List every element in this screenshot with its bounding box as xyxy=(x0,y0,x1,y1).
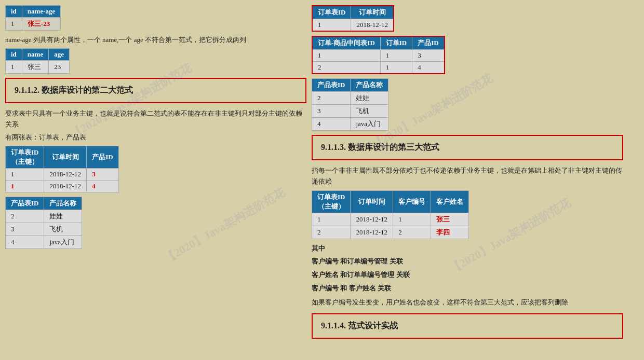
table-cell: 4 xyxy=(87,181,118,192)
desc-split: name-age 列具有两个属性，一个 name,一个 age 不符合第一范式，… xyxy=(5,35,306,46)
table-cell: 1 xyxy=(6,60,22,73)
table-cell: 3 xyxy=(412,50,445,62)
col-product-id: 产品表ID xyxy=(312,79,351,92)
table-cell: 飞机 xyxy=(44,223,82,236)
table-cell: 1 xyxy=(312,213,351,226)
table-cell: 1 xyxy=(312,19,351,32)
col-customer-name: 客户姓名 xyxy=(431,190,469,213)
table-cell: 2018-12-12 xyxy=(44,169,87,181)
table-cell: 1 xyxy=(6,169,44,181)
table-cell: 1 xyxy=(380,62,412,74)
section-practice-title: 9.1.1.4. 范式设计实战 xyxy=(321,321,398,330)
desc-2nf: 要求表中只具有一个业务主键，也就是说符合第二范式的表不能存在在非主键列只对部分主… xyxy=(5,108,306,130)
table-cell: 张三 xyxy=(431,213,469,226)
table-product-left: 产品表ID 产品名称 2 娃娃 3 飞机 4 java入门 xyxy=(5,197,82,249)
table-cell: 2018-12-12 xyxy=(351,226,393,239)
table-cell: 1 xyxy=(393,213,431,226)
col-order-id: 订单表ID （主键） xyxy=(6,146,44,169)
section-2nf: 9.1.1.2. 数据库设计的第二大范式 xyxy=(5,78,306,103)
col-product-name: 产品名称 xyxy=(44,197,82,210)
table-order: 订单表ID （主键） 订单时间 产品ID 1 2018-12-12 3 1 20… xyxy=(5,146,119,192)
table-cell: 3 xyxy=(87,169,118,181)
desc-mid5: 如果客户编号发生变变，用户姓名也会改变，这样不符合第三大范式，应该把客列删除 xyxy=(312,297,623,308)
table-cell: 4 xyxy=(312,118,351,131)
table-cell: 2018-12-12 xyxy=(351,19,394,32)
col-customer-no: 客户编号 xyxy=(393,190,431,213)
col-order-id: 订单表ID xyxy=(312,6,351,19)
col-id: id xyxy=(6,48,22,60)
table-cell: java入门 xyxy=(351,118,388,131)
desc-mid2: 客户编号 和订单编号管理 关联 xyxy=(312,256,623,267)
section-3nf: 9.1.1.3. 数据库设计的第三大范式 xyxy=(312,135,623,160)
table-cell: 李四 xyxy=(431,226,469,239)
table-cell: 2 xyxy=(393,226,431,239)
table-cell: 4 xyxy=(6,236,44,249)
right-column: 订单表ID 订单时间 1 2018-12-12 订单-商品中间表ID 订单ID … xyxy=(312,5,623,355)
table-cell: 1 xyxy=(6,18,22,31)
col-name-age: name-age xyxy=(22,6,60,18)
left-column: id name-age 1 张三-23 name-age 列具有两个属性，一个 … xyxy=(5,5,306,355)
col-order-id: 订单ID xyxy=(380,36,412,50)
table-name-age: id name-age 1 张三-23 xyxy=(5,5,61,31)
table-cell: 1 xyxy=(312,50,380,62)
col-product-id: 产品表ID xyxy=(6,197,44,210)
table-cell: 2 xyxy=(312,62,380,74)
desc-3nf: 指每一个非非主属性既不部分依赖于也不传递依赖于业务主键，也就是在第础上相处了非主… xyxy=(312,165,623,187)
table-3nf: 订单表ID （主键） 订单时间 客户编号 客户姓名 1 2018-12-12 1… xyxy=(312,190,469,239)
desc-mid4: 客户编号 和 客户姓名 关联 xyxy=(312,283,623,294)
col-age: age xyxy=(49,48,70,60)
table-cell: 2 xyxy=(6,210,44,223)
table-cell: 飞机 xyxy=(351,105,388,118)
table-cell: 2 xyxy=(312,92,351,105)
table-cell: 2018-12-12 xyxy=(351,213,393,226)
desc-tables: 有两张表：订单表，产品表 xyxy=(5,132,306,143)
col-id: id xyxy=(6,6,22,18)
table-cell: 娃娃 xyxy=(44,210,82,223)
col-order-time: 订单时间 xyxy=(351,190,393,213)
table-cell: 3 xyxy=(6,223,44,236)
table-order-top: 订单表ID 订单时间 1 2018-12-12 xyxy=(312,5,394,32)
table-product-right-top: 产品表ID 产品名称 2 娃娃 3 飞机 4 java入门 xyxy=(312,78,388,131)
table-order-product-mid: 订单-商品中间表ID 订单ID 产品ID 1 1 3 2 1 4 xyxy=(312,36,445,74)
table-cell: 3 xyxy=(312,105,351,118)
table-cell: 2018-12-12 xyxy=(44,181,87,192)
table-cell: 4 xyxy=(412,62,445,74)
col-product-id: 产品ID xyxy=(87,146,118,169)
section-3nf-title: 9.1.1.3. 数据库设计的第三大范式 xyxy=(321,143,439,151)
col-mid-id: 订单-商品中间表ID xyxy=(312,36,380,50)
section-practice: 9.1.1.4. 范式设计实战 xyxy=(312,313,623,339)
col-order-time: 订单时间 xyxy=(351,6,394,19)
table-cell: 2 xyxy=(312,226,351,239)
col-order-id-pk: 订单表ID （主键） xyxy=(312,190,351,213)
table-cell: 娃娃 xyxy=(351,92,388,105)
section-2nf-title: 9.1.1.2. 数据库设计的第二大范式 xyxy=(15,86,133,94)
table-cell: 张三 xyxy=(22,60,48,73)
col-order-time: 订单时间 xyxy=(44,146,87,169)
col-product-id: 产品ID xyxy=(412,36,445,50)
table-cell: 1 xyxy=(380,50,412,62)
col-product-name: 产品名称 xyxy=(351,79,388,92)
desc-mid1: 其中 xyxy=(312,243,623,254)
col-name: name xyxy=(22,48,48,60)
table-id-name-age: id name age 1 张三 23 xyxy=(5,48,70,74)
table-cell: 23 xyxy=(49,60,70,73)
table-cell: java入门 xyxy=(44,236,82,249)
table-cell: 1 xyxy=(6,181,44,192)
table-cell: 张三-23 xyxy=(22,18,60,31)
desc-mid3: 客户姓名 和订单单编号管理 关联 xyxy=(312,270,623,281)
